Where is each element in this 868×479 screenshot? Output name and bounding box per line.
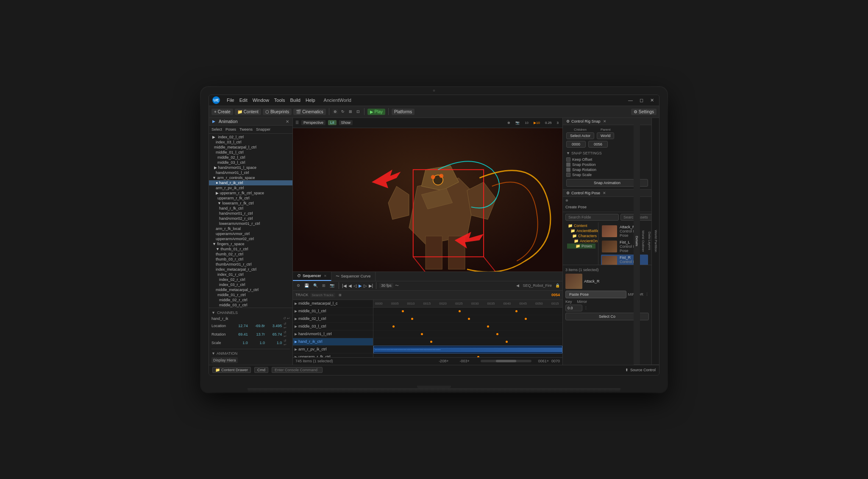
folder-content[interactable]: 📁 Content bbox=[567, 223, 595, 228]
world-partition-tab[interactable]: World Partition bbox=[653, 118, 659, 365]
world-btn[interactable]: World bbox=[597, 132, 614, 139]
seq-filter-icon[interactable]: ⊞ bbox=[321, 283, 327, 288]
snap-position-check[interactable] bbox=[566, 162, 570, 167]
close-btn[interactable]: ✕ bbox=[648, 98, 656, 103]
tree-item[interactable]: ▶ upperarm_r_fk_ctrl_space bbox=[209, 190, 292, 196]
paste-pose-btn[interactable]: Paste Pose bbox=[565, 291, 626, 298]
seq-next[interactable]: ▷ bbox=[364, 283, 367, 288]
tree-item[interactable]: upperarm_r_fk_ctrl bbox=[209, 196, 292, 201]
tree-item[interactable]: hand_r_fk_ctrl bbox=[209, 206, 292, 211]
cinematics-btn[interactable]: 🎬 Cinematics bbox=[293, 109, 326, 115]
seq-prev-frame[interactable]: ◀ bbox=[348, 283, 352, 288]
select-actor-btn[interactable]: Select Actor bbox=[566, 132, 594, 139]
settings-btn[interactable]: ⚙ Settings bbox=[631, 109, 657, 115]
timeline-scrollbar[interactable] bbox=[481, 360, 531, 362]
perspective-btn[interactable]: Perspective bbox=[301, 120, 326, 125]
key-menu-icon[interactable]: ⋮ bbox=[584, 306, 588, 310]
location-reset[interactable]: ↺ ↩ bbox=[284, 322, 290, 330]
scale-reset[interactable]: ↺ ↩ bbox=[284, 339, 290, 347]
tree-item[interactable]: upperarmArmor_ctrl bbox=[209, 231, 292, 236]
folder-characters[interactable]: 📁 Characters bbox=[567, 233, 595, 238]
seq-curve-icon[interactable]: 〜 bbox=[395, 283, 399, 289]
tree-item[interactable]: ▶ index_02_l_ctrl bbox=[209, 134, 292, 140]
content-btn[interactable]: 📁 Content bbox=[235, 109, 261, 115]
seq-search-icon[interactable]: 🔍 bbox=[312, 283, 319, 288]
seq-save-icon[interactable]: 💾 bbox=[303, 283, 310, 288]
tweens-tool[interactable]: Tweens bbox=[239, 127, 253, 132]
snap-scale-check[interactable] bbox=[566, 173, 570, 177]
seq-fps[interactable]: 30 fps bbox=[379, 283, 393, 288]
seq-close[interactable]: ✕ bbox=[324, 274, 327, 278]
seq-track[interactable]: ▶ middle_02_l_ctrl bbox=[293, 315, 373, 323]
cmd-btn[interactable]: Cmd bbox=[254, 367, 268, 373]
tool-scale[interactable]: ⊞ bbox=[348, 109, 353, 114]
tree-item[interactable]: arm_r_pv_ik_ctrl bbox=[209, 185, 292, 190]
show-btn[interactable]: Show bbox=[339, 120, 353, 125]
menu-file[interactable]: File bbox=[227, 98, 234, 103]
menu-build[interactable]: Build bbox=[290, 98, 300, 103]
restore-btn[interactable]: ◻ bbox=[638, 98, 645, 103]
seq-play[interactable]: ▶ bbox=[359, 283, 362, 288]
tree-item[interactable]: ▶ handArmor01_l_space bbox=[209, 165, 292, 170]
source-control[interactable]: ⬆ Source Control bbox=[625, 368, 656, 372]
tree-item[interactable]: middle_01_r_ctrl bbox=[209, 292, 292, 297]
vp-camera-icon[interactable]: 📷 bbox=[514, 120, 521, 125]
channel-controls[interactable]: ↺ ↩ bbox=[283, 317, 290, 320]
menu-help[interactable]: Help bbox=[306, 98, 315, 103]
platforms-btn[interactable]: Platforms bbox=[392, 109, 415, 115]
search-folder-input[interactable] bbox=[565, 214, 619, 221]
tree-item[interactable]: ▼ lowerarm_r_fk_ctrl bbox=[209, 201, 292, 206]
folder-ancienton[interactable]: 📁 AncientOn bbox=[567, 238, 595, 244]
seq-track[interactable]: ▶ upperarm_r_fk_ctrl bbox=[293, 353, 373, 357]
tree-item[interactable]: middle_03_r_ctrl bbox=[209, 303, 292, 308]
animation-close[interactable]: ✕ bbox=[286, 119, 289, 124]
seq-nav-left[interactable]: ◀ bbox=[516, 283, 519, 288]
cr-snap-close[interactable]: ✕ bbox=[603, 119, 606, 123]
rotation-reset[interactable]: ↺ ↩ bbox=[284, 331, 290, 338]
tree-item[interactable]: handArmor01_r_ctrl bbox=[209, 211, 292, 216]
folder-ancientbattle[interactable]: 📁 AncientBattle bbox=[567, 228, 595, 233]
tree-item[interactable]: lowerarmArmor01_r_ctrl bbox=[209, 221, 292, 226]
tree-item[interactable]: index_03_l_ctrl bbox=[209, 140, 292, 145]
tree-item[interactable]: middle_02_l_ctrl bbox=[209, 155, 292, 160]
sequencer-curve-tab[interactable]: 〜 Sequencer Curve bbox=[331, 272, 376, 281]
blueprints-btn[interactable]: ⬡ Blueprints bbox=[263, 109, 292, 115]
seq-next-frame[interactable]: ▶| bbox=[369, 283, 373, 288]
seq-timeline[interactable]: 0000 0005 0010 0015 0020 0025 0030 0035 … bbox=[373, 300, 562, 357]
tree-item[interactable]: middle_metacarpal_l_ctrl bbox=[209, 145, 292, 150]
tree-item[interactable]: upperarmArmor02_ctrl bbox=[209, 236, 292, 241]
tool-snap[interactable]: ⊡ bbox=[355, 109, 361, 114]
seq-track[interactable]: ▶ arm_r_pv_ik_ctrl bbox=[293, 346, 373, 353]
seq-prev[interactable]: ◁ bbox=[353, 283, 357, 288]
minimize-btn[interactable]: — bbox=[626, 98, 634, 103]
poses-tool[interactable]: Poses bbox=[225, 127, 236, 132]
viewport[interactable] bbox=[293, 128, 562, 272]
tree-item[interactable]: ▼ arm_r_controls_space bbox=[209, 175, 292, 180]
menu-window[interactable]: Window bbox=[253, 98, 269, 103]
keep-offset-check[interactable] bbox=[566, 157, 570, 162]
tool-move[interactable]: ⊕ bbox=[332, 109, 338, 114]
tree-item[interactable]: ▼ thumb_01_r_ctrl bbox=[209, 247, 292, 252]
tree-item[interactable]: middle_01_l_ctrl bbox=[209, 150, 292, 155]
tree-item[interactable]: ▼ fingers_r_space bbox=[209, 241, 292, 247]
tree-item[interactable]: thumbArmor01_r_ctrl bbox=[209, 262, 292, 267]
vp-move-icon[interactable]: ⊕ bbox=[506, 120, 512, 125]
select-tool[interactable]: Select bbox=[211, 127, 222, 132]
menu-tools[interactable]: Tools bbox=[274, 98, 285, 103]
data-layers-tab[interactable]: Data Layers bbox=[646, 118, 653, 365]
vp-menu-icon[interactable]: ☰ bbox=[295, 120, 299, 125]
seq-camera-icon[interactable]: 📷 bbox=[328, 283, 336, 288]
tree-item[interactable]: middle_03_l_ctrl bbox=[209, 160, 292, 165]
content-drawer-btn[interactable]: 📁 Content Drawer bbox=[212, 367, 251, 373]
tree-item[interactable]: index_metacarpal_r_ctrl bbox=[209, 267, 292, 272]
play-btn[interactable]: ▶ Play bbox=[367, 109, 385, 115]
create-btn[interactable]: + Create bbox=[211, 109, 233, 115]
tree-item[interactable]: index_03_r_ctrl bbox=[209, 282, 292, 287]
seq-file-name[interactable]: SEQ_Robot_Fire bbox=[521, 283, 554, 288]
world-outliner-tab[interactable]: World Outliner bbox=[640, 118, 646, 365]
details-tab[interactable]: Details bbox=[634, 118, 640, 365]
value1-input[interactable]: 0000 bbox=[566, 141, 586, 148]
tree-item[interactable]: index_02_r_ctrl bbox=[209, 277, 292, 282]
tree-item[interactable]: arm_r_fk_local bbox=[209, 226, 292, 231]
sequencer-tab[interactable]: ⏱ Sequencer ✕ bbox=[293, 272, 331, 281]
